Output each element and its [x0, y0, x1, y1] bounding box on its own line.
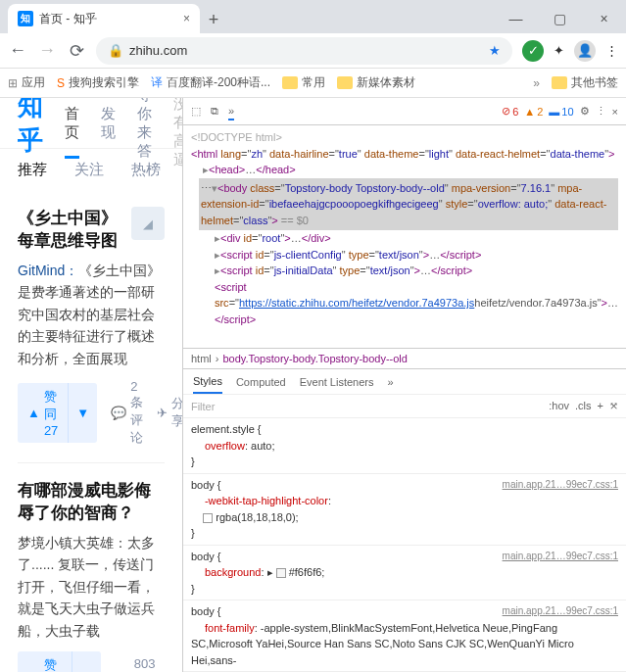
browser-tab[interactable]: 知 首页 - 知乎 ×: [8, 4, 200, 33]
style-rule[interactable]: element.style { overflow: auto; }: [183, 418, 626, 474]
address-bar: ← → ⟳ 🔒 zhihu.com ★ ✓ ✦ 👤 ⋮: [0, 33, 626, 69]
inspect-icon[interactable]: ⬚: [191, 105, 201, 118]
tab-follow[interactable]: 关注: [74, 161, 104, 179]
extensions-icon[interactable]: ✦: [554, 43, 564, 58]
bookmark-sogou[interactable]: S搜狗搜索引擎: [57, 74, 139, 91]
nav-search[interactable]: 有没有高逼: [173, 98, 182, 169]
pin-icon[interactable]: ⤧: [609, 400, 618, 412]
style-rule[interactable]: main.app.21…99ec7.css:1 body { font-fami…: [183, 600, 626, 672]
devtools-toolbar: ⬚ ⧉ » ⊘6 ▲2 ▬10 ⚙ ⋮ ×: [183, 98, 626, 125]
close-window-button[interactable]: ×: [582, 4, 626, 33]
styles-pane: Styles Computed Event Listeners » Filter…: [183, 369, 626, 672]
nav-home[interactable]: 首页: [65, 105, 79, 159]
new-rule-icon[interactable]: +: [598, 400, 603, 412]
comments-button[interactable]: 💬 803 条评论: [115, 656, 156, 672]
lock-icon: 🔒: [108, 43, 123, 58]
nav-answer[interactable]: 等你来答: [137, 98, 152, 161]
more-tabs-icon[interactable]: »: [388, 376, 394, 388]
minimize-button[interactable]: —: [494, 4, 538, 33]
close-tab-icon[interactable]: ×: [183, 12, 190, 25]
devtools-tab-more[interactable]: »: [228, 103, 234, 120]
overflow-icon[interactable]: »: [533, 76, 540, 90]
bookmark-folder-cy[interactable]: 常用: [282, 74, 325, 91]
cls-toggle[interactable]: .cls: [575, 400, 592, 412]
style-rule[interactable]: main.app.21…99ec7.css:1 body { -webkit-t…: [183, 474, 626, 546]
forward-button[interactable]: →: [37, 40, 57, 61]
window-titlebar: 知 首页 - 知乎 × + — ▢ ×: [0, 0, 626, 33]
tab-recommend[interactable]: 推荐: [18, 161, 47, 179]
downvote-button[interactable]: ▼: [69, 383, 97, 443]
bookmark-star-icon[interactable]: ★: [489, 43, 501, 58]
feed-item: ◢ 《乡土中国》每章思维导图 GitMind：《乡土中国》是费孝通著述的一部研究…: [18, 191, 165, 463]
message-badge[interactable]: ▬10: [549, 106, 573, 118]
zhihu-logo[interactable]: 知乎: [18, 98, 43, 158]
devtools-panel: ⬚ ⧉ » ⊘6 ▲2 ▬10 ⚙ ⋮ × <!DOCTYPE html> <h…: [182, 98, 626, 672]
maximize-button[interactable]: ▢: [538, 4, 582, 33]
device-icon[interactable]: ⧉: [211, 105, 218, 118]
listeners-tab[interactable]: Event Listeners: [300, 376, 374, 388]
extension-icon[interactable]: ✓: [522, 40, 544, 62]
style-rule[interactable]: main.app.21…99ec7.css:1 body { backgroun…: [183, 546, 626, 601]
downvote-button[interactable]: ▼: [72, 651, 101, 672]
item-title[interactable]: 有哪部漫威电影侮辱了你的智商？: [18, 479, 165, 524]
url-field[interactable]: 🔒 zhihu.com ★: [96, 37, 512, 65]
feed-item: 有哪部漫威电影侮辱了你的智商？ 梦境小镇大英雄：太多了...... 复联一，传送…: [18, 463, 165, 672]
comments-button[interactable]: 💬 2 条评论: [111, 379, 143, 447]
upvote-button[interactable]: ▲ 赞同 1.1 万: [18, 651, 72, 672]
elements-tree[interactable]: <!DOCTYPE html> <html lang="zh" data-hai…: [183, 125, 626, 348]
zhihu-favicon: 知: [18, 11, 33, 26]
page-content: 知乎 首页 发现 等你来答 有没有高逼 推荐 关注 热榜 ◢ 《乡土中国》每章思…: [0, 98, 182, 672]
share-button[interactable]: ✈ 分享: [157, 395, 182, 430]
hov-toggle[interactable]: :hov: [549, 400, 569, 412]
vote-group: ▲ 赞同 27 ▼: [18, 383, 97, 443]
close-devtools-icon[interactable]: ×: [612, 106, 618, 118]
back-button[interactable]: ←: [8, 40, 27, 61]
bookmark-folder-xmt[interactable]: 新媒体素材: [337, 74, 415, 91]
more-icon[interactable]: ⋮: [596, 105, 606, 118]
tab-hot[interactable]: 热榜: [131, 161, 161, 179]
breadcrumb[interactable]: html›body.Topstory-body.Topstory-body--o…: [183, 348, 626, 369]
other-bookmarks[interactable]: 其他书签: [552, 74, 618, 91]
zhihu-header: 知乎 首页 发现 等你来答 有没有高逼: [0, 98, 182, 149]
settings-icon[interactable]: ⚙: [580, 105, 590, 118]
filter-input[interactable]: Filter: [191, 401, 215, 412]
menu-icon[interactable]: ⋮: [605, 43, 618, 58]
item-excerpt: 梦境小镇大英雄：太多了...... 复联一，传送门打开，飞但仔细一看，就是飞天大…: [18, 532, 165, 642]
nav-discover[interactable]: 发现: [101, 105, 116, 142]
reload-button[interactable]: ⟳: [67, 40, 86, 62]
warning-badge[interactable]: ▲2: [524, 106, 543, 118]
tab-title: 首页 - 知乎: [39, 11, 97, 27]
computed-tab[interactable]: Computed: [236, 376, 286, 388]
error-badge[interactable]: ⊘6: [502, 105, 518, 118]
styles-tab[interactable]: Styles: [193, 375, 222, 394]
apps-button[interactable]: ⊞应用: [8, 74, 45, 91]
bookmark-baidu[interactable]: 译百度翻译-200种语...: [151, 74, 270, 91]
feed-list: ◢ 《乡土中国》每章思维导图 GitMind：《乡土中国》是费孝通著述的一部研究…: [0, 191, 182, 672]
profile-icon[interactable]: 👤: [574, 40, 596, 62]
thumbnail: ◢: [131, 207, 165, 240]
url-text: zhihu.com: [129, 43, 187, 58]
bookmarks-bar: ⊞应用 S搜狗搜索引擎 译百度翻译-200种语... 常用 新媒体素材 » 其他…: [0, 69, 626, 98]
item-excerpt: GitMind：《乡土中国》是费孝通著述的一部研究中国农村的基层社会的主要特征进…: [18, 260, 165, 369]
new-tab-button[interactable]: +: [200, 6, 227, 33]
upvote-button[interactable]: ▲ 赞同 27: [18, 383, 69, 443]
